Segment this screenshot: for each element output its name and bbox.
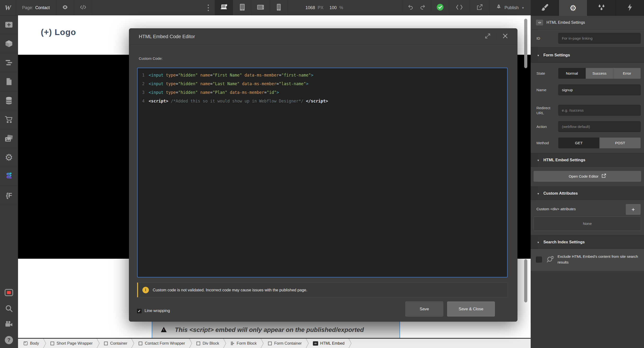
sidebar-item-help[interactable]: ?	[0, 332, 18, 348]
breadcrumb-item-form-block[interactable]: Form Block	[226, 339, 260, 348]
warning-triangle-icon: !	[161, 327, 167, 332]
canvas-size-indicator[interactable]: 1068 PX 100 %	[306, 0, 343, 15]
custom-attributes-header[interactable]: ▼ Custom Attributes	[531, 186, 644, 200]
external-link-icon	[602, 174, 606, 179]
state-option-normal[interactable]: Normal	[558, 68, 586, 79]
breadcrumb-item-contact-form-wrapper[interactable]: Contact Form Wrapper	[134, 339, 189, 348]
top-toolbar: W Page: Contact 1068 PX 100 % Publish ▼	[0, 0, 531, 15]
save-button[interactable]: Save	[405, 302, 443, 317]
breadcrumb-item-body[interactable]: Body	[20, 339, 43, 348]
element-settings-header: <> HTML Embed Settings	[531, 16, 644, 29]
form-settings-header[interactable]: ▼ Form Settings	[531, 47, 644, 63]
webflow-logo[interactable]: W	[0, 0, 16, 15]
logic-icon	[5, 172, 13, 180]
html-embed-settings-header[interactable]: ▼ HTML Embed Settings	[531, 153, 644, 167]
sidebar-item-ecommerce[interactable]	[0, 110, 18, 129]
breadcrumb-label: Div Block	[203, 341, 219, 346]
sidebar-item-search[interactable]	[0, 301, 18, 316]
bc-form-icon	[230, 341, 234, 346]
page-label: Page:	[22, 5, 33, 10]
exclude-search-checkbox[interactable]	[536, 257, 542, 263]
images-icon	[4, 135, 13, 142]
redirect-url-input[interactable]	[558, 105, 641, 116]
sidebar-item-screen-recording[interactable]	[0, 285, 18, 301]
sidebar-item-navigator[interactable]	[0, 53, 18, 72]
sidebar-item-add-elements[interactable]	[0, 15, 18, 34]
attributes-none-box: None	[534, 217, 641, 231]
action-input[interactable]	[558, 121, 641, 132]
close-modal-button[interactable]	[500, 31, 510, 42]
state-option-error[interactable]: Error	[613, 68, 641, 79]
code-line-1[interactable]: 1<input type="hidden" name="First Name" …	[138, 71, 507, 79]
preview-button[interactable]	[56, 0, 74, 15]
state-segmented-control: NormalSuccessError	[558, 68, 641, 79]
breakpoint-phone-portrait[interactable]	[270, 0, 288, 15]
breadcrumb-separator	[189, 339, 192, 348]
breakpoint-desktop-base[interactable]	[215, 0, 233, 15]
breadcrumb-separator	[223, 339, 226, 348]
method-row: Method GETPOST	[531, 137, 644, 148]
canvas-scrollbar-thumb-bottom[interactable]	[524, 259, 527, 302]
saved-status-button[interactable]	[431, 0, 449, 15]
breadcrumb-label: Form Container	[274, 341, 302, 346]
sidebar-item-cms[interactable]	[0, 91, 18, 110]
line-wrapping-checkbox[interactable]	[137, 308, 142, 314]
undo-redo-group	[402, 0, 431, 15]
id-label: ID	[536, 33, 540, 44]
canvas-scrollbar-thumb-top[interactable]	[524, 19, 527, 68]
method-option-post[interactable]: POST	[599, 137, 641, 148]
save-and-close-button[interactable]: Save & Close	[447, 302, 495, 317]
tab-element-settings[interactable]: ⚙	[559, 0, 587, 16]
publish-button[interactable]: Publish ▼	[489, 0, 531, 15]
warning-text: Custom code is not validated. Incorrect …	[153, 288, 307, 292]
layers-icon	[5, 59, 13, 66]
breadcrumb-item-div-block[interactable]: Div Block	[192, 339, 223, 348]
breadcrumb-item-form-container[interactable]: Form Container	[264, 339, 306, 348]
code-editor[interactable]: 1<input type="hidden" name="First Name" …	[137, 68, 508, 278]
redo-icon[interactable]	[420, 4, 426, 11]
breadcrumb-label: Form Block	[237, 341, 257, 346]
add-attribute-button[interactable]: +	[626, 204, 641, 215]
breadcrumb-separator	[131, 339, 134, 348]
breadcrumb-item-html-embed[interactable]: <>HTML Embed	[309, 339, 348, 348]
code-line-3[interactable]: 3<input type="hidden" name="Plan" data-m…	[138, 88, 507, 97]
export-code-button[interactable]	[74, 0, 92, 15]
expand-modal-button[interactable]	[482, 31, 493, 42]
caret-down-icon: ▼	[537, 191, 540, 196]
open-code-editor-button[interactable]: Open Code Editor	[534, 171, 641, 182]
custom-code-button[interactable]	[449, 0, 469, 15]
video-camera-icon	[5, 321, 13, 328]
share-button[interactable]	[469, 0, 489, 15]
sidebar-item-logic[interactable]	[0, 167, 18, 186]
sidebar-item-settings[interactable]: ⚙	[0, 148, 18, 167]
sidebar-item-pages[interactable]	[0, 72, 18, 91]
method-option-get[interactable]: GET	[558, 137, 599, 148]
sidebar-item-assets[interactable]	[0, 129, 18, 148]
sidebar-item-components[interactable]	[0, 34, 18, 53]
code-line-2[interactable]: 2<input type="hidden" name="Last Name" d…	[138, 79, 507, 88]
id-input[interactable]	[558, 33, 641, 44]
page-selector[interactable]: Page: Contact	[16, 0, 56, 15]
sidebar-item-video-tutorials[interactable]	[0, 316, 18, 332]
bc-square-icon	[268, 341, 272, 346]
code-line-4[interactable]: 4<script> /*Added this so it would show …	[138, 97, 507, 105]
tab-style[interactable]	[531, 0, 559, 16]
state-option-success[interactable]: Success	[586, 68, 613, 79]
search-index-settings-header[interactable]: ▼ Search Index Settings	[531, 235, 644, 249]
tab-style-manager[interactable]	[587, 0, 616, 16]
sidebar-item-finsweet[interactable]: {F	[0, 186, 18, 205]
undo-icon[interactable]	[408, 4, 414, 11]
line-wrapping-label: Line wrapping	[144, 308, 170, 313]
form-name-input[interactable]	[558, 84, 641, 95]
breadcrumb-item-short-page-wrapper[interactable]: Short Page Wrapper	[46, 339, 96, 348]
info-icon: i	[142, 287, 149, 293]
more-options-button[interactable]	[201, 0, 215, 15]
breadcrumb-item-container[interactable]: Container	[100, 339, 131, 348]
modal-title: HTML Embed Code Editor	[139, 34, 482, 39]
publish-label: Publish	[504, 5, 519, 10]
breakpoint-tablet[interactable]	[233, 0, 252, 15]
name-label: Name	[536, 84, 546, 95]
bc-square-icon	[50, 341, 54, 346]
tab-interactions[interactable]	[616, 0, 644, 16]
breakpoint-phone-landscape[interactable]	[252, 0, 270, 15]
